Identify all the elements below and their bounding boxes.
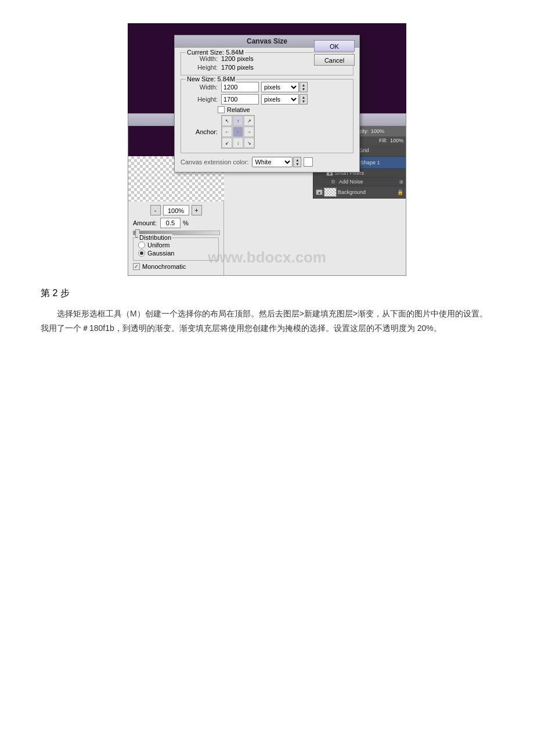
new-height-row: Height: pixels ▲▼ — [186, 94, 348, 105]
page-content: Canvas Size Current Size: 5.84M Width: 1… — [0, 0, 534, 359]
add-noise-icon: ⚙ — [331, 179, 335, 185]
current-width-label: Width: — [186, 55, 218, 62]
uniform-row: Uniform — [138, 242, 214, 249]
new-width-row: Width: pixels ▲▼ — [186, 82, 348, 92]
canvas-ext-color-swatch[interactable] — [304, 157, 313, 167]
new-size-label: New Size: 5.84M — [186, 75, 236, 82]
monochromatic-checkbox[interactable]: ✓ — [133, 263, 140, 270]
fill-value: 100% — [390, 138, 403, 143]
add-noise-filter-name: Add Noise — [339, 179, 398, 185]
relative-checkbox[interactable] — [218, 106, 225, 113]
new-height-unit[interactable]: pixels — [261, 94, 299, 105]
shape-name: Shape 1 — [360, 160, 403, 165]
background-lock-icon: 🔒 — [397, 189, 403, 195]
layers-opacity-value: 100% — [371, 128, 384, 134]
current-size-label: Current Size: 5.84M — [186, 49, 245, 56]
new-height-input[interactable] — [221, 94, 259, 105]
background-eye-icon[interactable]: ● — [316, 189, 323, 195]
canvas-size-body: Current Size: 5.84M Width: 1200 pixels H… — [175, 48, 359, 172]
canvas-dialog-buttons: OK Cancel — [314, 40, 355, 66]
canvas-ext-select[interactable]: White — [252, 157, 293, 167]
noise-zoom-controls: - 100% + Amount: % — [128, 201, 223, 275]
gaussian-label: Gaussian — [147, 250, 174, 257]
canvas-cancel-button[interactable]: Cancel — [314, 54, 355, 66]
step-paragraph: 选择矩形选框工具（M）创建一个选择你的布局在顶部。然后去图层>新建填充图层>渐变… — [41, 307, 493, 336]
background-layer-name: Background — [338, 189, 396, 195]
zoom-row: - 100% + — [133, 205, 219, 215]
new-width-unit[interactable]: pixels — [261, 82, 299, 92]
anchor-cell-tl[interactable]: ↖ — [222, 116, 232, 126]
anchor-cell-ml[interactable]: ← — [222, 127, 232, 137]
amount-row: Amount: % — [133, 218, 219, 228]
filter-icon: ⊞ — [399, 179, 403, 185]
anchor-cell-mr[interactable]: → — [244, 127, 254, 137]
anchor-cell-tr[interactable]: ↗ — [244, 116, 254, 126]
fill-label: Fill: — [379, 138, 387, 143]
current-height-label: Height: — [186, 64, 218, 71]
amount-input[interactable] — [160, 218, 181, 228]
canvas-ok-button[interactable]: OK — [314, 40, 355, 52]
screenshot-container: Canvas Size Current Size: 5.84M Width: 1… — [128, 23, 406, 276]
background-layer-row[interactable]: ● Background 🔒 — [313, 186, 406, 199]
anchor-label: Anchor: — [186, 128, 218, 135]
gaussian-radio[interactable] — [138, 250, 145, 257]
uniform-radio[interactable] — [138, 242, 145, 249]
anchor-cell-mc[interactable]: · — [233, 127, 243, 137]
new-size-section: New Size: 5.84M Width: pixels ▲▼ — [181, 79, 353, 153]
current-width-value: 1200 pixels — [221, 55, 254, 62]
uniform-label: Uniform — [147, 242, 170, 249]
relative-row: Relative — [186, 106, 348, 113]
zoom-in-button[interactable]: + — [192, 205, 202, 215]
current-height-value: 1700 pixels — [221, 64, 254, 71]
anchor-cell-br[interactable]: ↘ — [244, 138, 254, 148]
step-section: 第 2 步 选择矩形选框工具（M）创建一个选择你的布局在顶部。然后去图层>新建填… — [35, 287, 499, 336]
background-thumb — [324, 188, 337, 197]
distribution-section: Distribution Uniform Gaussian — [133, 237, 219, 261]
canvas-ext-label: Canvas extension color: — [181, 159, 248, 165]
amount-label: Amount: — [133, 219, 157, 226]
monochromatic-row: ✓ Monochromatic — [133, 263, 219, 270]
canvas-size-dialog: Canvas Size Current Size: 5.84M Width: 1… — [174, 35, 360, 172]
gaussian-row: Gaussian — [138, 250, 214, 257]
zoom-out-button[interactable]: - — [150, 205, 161, 215]
anchor-cell-bc[interactable]: ↓ — [233, 138, 243, 148]
canvas-ext-spinner[interactable]: ▲▼ — [293, 157, 301, 167]
new-width-spinner[interactable]: ▲▼ — [300, 82, 308, 92]
anchor-cell-tc[interactable]: ↑ — [233, 116, 243, 126]
new-width-label: Width: — [186, 84, 218, 91]
canvas-ext-row: Canvas extension color: White ▲▼ — [181, 157, 353, 167]
new-height-spinner[interactable]: ▲▼ — [300, 94, 308, 105]
zoom-display: 100% — [163, 205, 189, 215]
monochromatic-label: Monochromatic — [142, 263, 186, 270]
percent-label: % — [183, 219, 189, 226]
distribution-label: Distribution — [138, 234, 172, 241]
relative-label: Relative — [227, 106, 250, 113]
add-noise-filter-row[interactable]: ⚙ Add Noise ⊞ — [322, 178, 406, 186]
anchor-grid[interactable]: ↖ ↑ ↗ ← · → ↙ ↓ ↘ — [221, 115, 255, 149]
new-height-label: Height: — [186, 96, 218, 103]
new-width-input[interactable] — [221, 82, 259, 92]
anchor-cell-bl[interactable]: ↙ — [222, 138, 232, 148]
step-title: 第 2 步 — [41, 287, 493, 300]
anchor-section: Anchor: ↖ ↑ ↗ ← · → ↙ ↓ — [186, 115, 348, 149]
